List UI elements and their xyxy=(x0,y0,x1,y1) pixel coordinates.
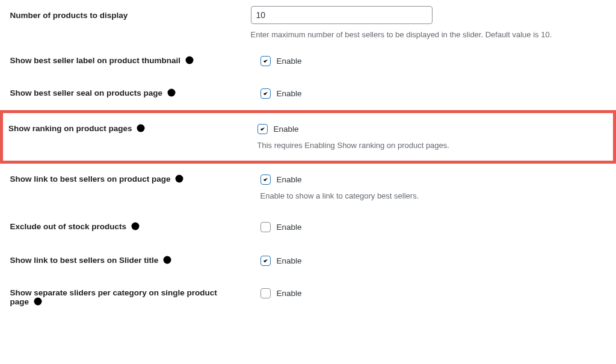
info-icon[interactable] xyxy=(137,124,145,132)
enable-label: Enable xyxy=(277,257,302,265)
label-exclude-out-of-stock: Exclude out of stock products xyxy=(10,222,127,231)
enable-label: Enable xyxy=(277,223,302,232)
enable-label: Enable xyxy=(277,57,302,66)
link-best-sellers-description: Enable to show a link to category best s… xyxy=(260,191,609,200)
checkbox-checked-icon xyxy=(260,56,271,66)
label-best-seller-seal-page: Show best seller seal on products page xyxy=(10,88,163,97)
checkbox-unchecked-icon xyxy=(260,222,271,232)
label-best-seller-label-thumbnail: Show best seller label on product thumbn… xyxy=(10,56,181,65)
best-seller-label-thumbnail-toggle[interactable]: Enable xyxy=(260,56,302,66)
row-show-ranking-product-pages: Show ranking on product pages Enable Thi… xyxy=(2,112,615,162)
enable-label: Enable xyxy=(277,90,302,98)
checkbox-checked-icon xyxy=(257,124,268,134)
row-best-seller-label-thumbnail: Show best seller label on product thumbn… xyxy=(2,45,615,78)
checkbox-checked-icon xyxy=(260,88,271,99)
separate-sliders-per-category-toggle[interactable]: Enable xyxy=(260,288,302,298)
link-best-sellers-product-page-toggle[interactable]: Enable xyxy=(260,174,302,185)
show-ranking-product-pages-toggle[interactable]: Enable xyxy=(257,124,299,134)
enable-label: Enable xyxy=(277,289,302,298)
link-best-sellers-slider-title-toggle[interactable]: Enable xyxy=(260,256,302,266)
info-icon[interactable] xyxy=(131,222,140,230)
number-of-products-input[interactable] xyxy=(251,6,433,24)
info-icon[interactable] xyxy=(175,174,183,183)
row-best-seller-seal-page: Show best seller seal on products page E… xyxy=(2,78,615,112)
checkbox-checked-icon xyxy=(260,256,271,266)
row-separate-sliders-per-category: Show separate sliders per category on si… xyxy=(2,277,615,317)
label-link-best-sellers-product-page: Show link to best sellers on product pag… xyxy=(10,174,171,184)
info-icon[interactable] xyxy=(163,256,171,264)
label-show-ranking-product-pages: Show ranking on product pages xyxy=(8,124,132,133)
number-of-products-description: Enter maximum number of best sellers to … xyxy=(251,30,609,39)
show-ranking-description: This requires Enabling Show ranking on p… xyxy=(257,141,608,150)
enable-label: Enable xyxy=(274,125,299,134)
row-link-best-sellers-product-page: Show link to best sellers on product pag… xyxy=(2,162,615,212)
row-number-of-products: Number of products to display Enter maxi… xyxy=(2,0,615,45)
label-number-of-products: Number of products to display xyxy=(10,11,128,20)
info-icon[interactable] xyxy=(167,88,176,97)
label-link-best-sellers-slider-title: Show link to best sellers on Slider titl… xyxy=(10,256,159,265)
row-exclude-out-of-stock: Exclude out of stock products Enable xyxy=(2,211,615,245)
enable-label: Enable xyxy=(277,176,302,184)
info-icon[interactable] xyxy=(34,297,42,306)
best-seller-seal-page-toggle[interactable]: Enable xyxy=(260,88,302,99)
info-icon[interactable] xyxy=(185,56,194,64)
exclude-out-of-stock-toggle[interactable]: Enable xyxy=(260,222,302,232)
settings-table: Number of products to display Enter maxi… xyxy=(0,0,616,317)
checkbox-checked-icon xyxy=(260,174,271,185)
checkbox-unchecked-icon xyxy=(260,288,271,298)
row-link-best-sellers-slider-title: Show link to best sellers on Slider titl… xyxy=(2,245,615,277)
